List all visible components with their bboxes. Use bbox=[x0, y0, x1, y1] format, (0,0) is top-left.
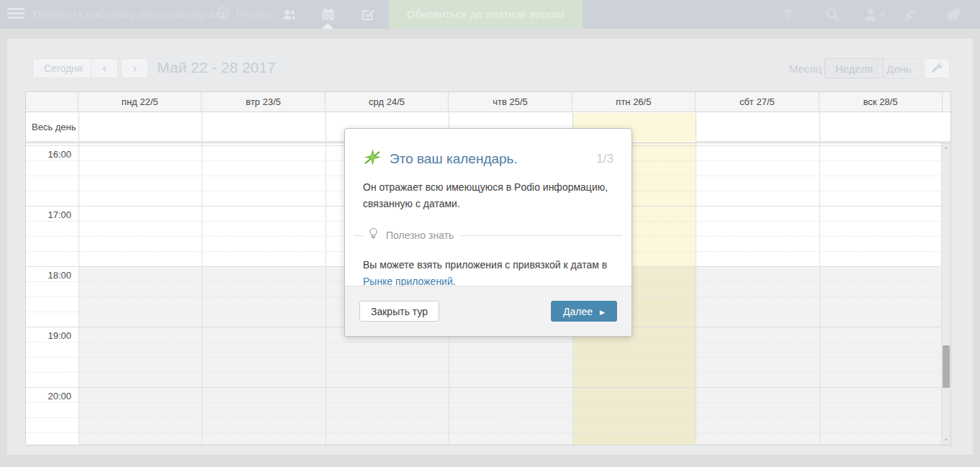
day-header: чтв 25/5 bbox=[449, 92, 572, 112]
tasks-icon[interactable] bbox=[361, 8, 376, 21]
tour-modal-footer: Закрыть тур Далее▶ bbox=[345, 286, 631, 336]
user-menu-caret bbox=[880, 14, 886, 17]
calendar-nav-icon[interactable] bbox=[322, 8, 336, 21]
prev-week-button[interactable]: ‹ bbox=[91, 58, 118, 78]
quarter-hour-line bbox=[26, 342, 943, 343]
chat-icon[interactable] bbox=[945, 7, 961, 22]
contacts-icon[interactable] bbox=[282, 8, 297, 21]
workspace-search-text[interactable]: Перейти к рабочему пространству или bbox=[33, 0, 227, 29]
sparkle-icon bbox=[363, 148, 382, 170]
upgrade-button[interactable]: Обновиться до платной версии bbox=[389, 0, 583, 29]
help-icon[interactable]: ? bbox=[783, 7, 799, 22]
hamburger-menu-icon[interactable] bbox=[7, 8, 24, 21]
calendar-range-title: Май 22 - 28 2017 bbox=[157, 59, 276, 76]
quarter-hour-line bbox=[26, 402, 943, 403]
view-day-button[interactable]: День bbox=[876, 58, 922, 78]
view-month-button[interactable]: Месяц bbox=[780, 58, 831, 78]
scroll-down-icon[interactable]: ⌄ bbox=[942, 433, 950, 443]
tour-body-text: Он отражает всю имеющуюся в Podio информ… bbox=[363, 179, 619, 212]
day-header: сбт 27/5 bbox=[696, 92, 819, 112]
view-week-button[interactable]: Неделя bbox=[824, 58, 884, 78]
day-header-row: пнд 22/5втр 23/5срд 24/5чтв 25/5птн 26/5… bbox=[26, 92, 950, 112]
tip-divider: Полезно знать bbox=[354, 227, 622, 243]
tour-modal-body: Это ваш календарь. 1/3 Он отражает всю и… bbox=[345, 129, 631, 287]
top-navigation-bar: Перейти к рабочему пространству или Podi… bbox=[0, 0, 980, 29]
chevron-left-icon: ‹ bbox=[102, 61, 107, 75]
time-label: 18:00 bbox=[26, 270, 71, 281]
close-tour-button[interactable]: Закрыть тур bbox=[359, 301, 439, 322]
lightbulb-icon bbox=[369, 227, 378, 243]
header-gutter bbox=[26, 92, 78, 112]
next-week-button[interactable]: › bbox=[121, 58, 148, 78]
time-label: 19:00 bbox=[26, 330, 71, 341]
podio-logo-text: Podio bbox=[235, 7, 270, 22]
day-header: пнд 22/5 bbox=[78, 92, 202, 112]
search-icon[interactable] bbox=[825, 7, 841, 22]
calendar-settings-button[interactable] bbox=[924, 58, 950, 78]
all-day-cell[interactable] bbox=[78, 113, 202, 142]
time-label: 17:00 bbox=[26, 209, 71, 220]
next-step-button[interactable]: Далее▶ bbox=[551, 301, 617, 322]
today-button[interactable]: Сегодня bbox=[32, 58, 94, 78]
scrollbar-thumb[interactable] bbox=[943, 345, 950, 388]
day-header: втр 23/5 bbox=[202, 92, 325, 112]
day-header: срд 24/5 bbox=[325, 92, 449, 112]
header-filler bbox=[943, 92, 950, 112]
vertical-scrollbar[interactable]: ⌃ ⌄ bbox=[941, 143, 950, 445]
play-arrow-icon: ▶ bbox=[600, 309, 605, 316]
hour-line bbox=[26, 387, 943, 388]
podio-logo[interactable]: Podio bbox=[216, 0, 270, 29]
all-day-cell[interactable] bbox=[696, 113, 819, 142]
tour-title: Это ваш календарь. bbox=[390, 151, 596, 167]
wrench-icon bbox=[931, 64, 943, 76]
user-menu-icon[interactable] bbox=[864, 7, 880, 22]
day-column[interactable] bbox=[202, 143, 325, 445]
day-header: вск 28/5 bbox=[819, 92, 943, 112]
time-label: 20:00 bbox=[26, 391, 71, 402]
scroll-up-icon[interactable]: ⌃ bbox=[942, 145, 950, 155]
day-column[interactable] bbox=[819, 143, 943, 445]
day-column[interactable] bbox=[78, 143, 202, 445]
tour-modal: Это ваш календарь. 1/3 Он отражает всю и… bbox=[344, 128, 632, 337]
quarter-hour-line bbox=[26, 432, 943, 433]
quarter-hour-line bbox=[26, 417, 943, 418]
quarter-hour-line bbox=[26, 372, 943, 373]
day-column[interactable] bbox=[696, 143, 819, 445]
day-header: птн 26/5 bbox=[572, 92, 696, 112]
chevron-right-icon: › bbox=[132, 61, 137, 75]
all-day-cell[interactable] bbox=[819, 113, 943, 142]
tour-step-indicator: 1/3 bbox=[596, 152, 613, 166]
tip-heading: Полезно знать bbox=[386, 230, 454, 241]
all-day-cell[interactable] bbox=[202, 113, 325, 142]
quarter-hour-line bbox=[26, 357, 943, 358]
activity-stream-icon[interactable] bbox=[904, 7, 920, 22]
active-tab-notch bbox=[322, 23, 333, 29]
time-label: 16:00 bbox=[26, 149, 71, 160]
all-day-label: Весь день bbox=[32, 113, 76, 142]
podio-logo-icon bbox=[216, 6, 230, 23]
